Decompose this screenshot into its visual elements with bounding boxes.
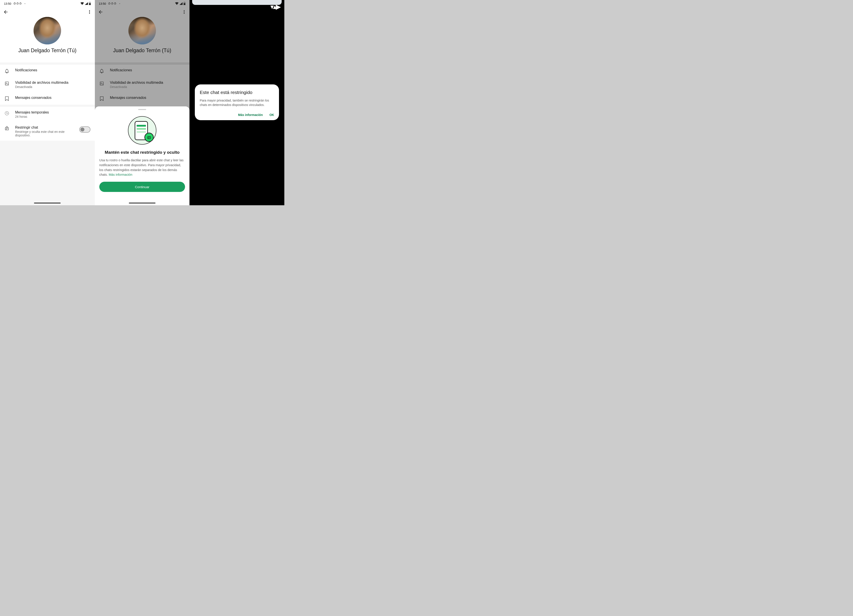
wifi-icon bbox=[80, 2, 84, 5]
row-kept-messages[interactable]: Mensajes conservados bbox=[0, 92, 95, 105]
row-title: Restringir chat bbox=[15, 126, 73, 129]
row-title: Notificaciones bbox=[15, 68, 90, 72]
profile-header: Juan Delgado Terrón (Tú) bbox=[95, 7, 190, 62]
back-button[interactable] bbox=[3, 9, 8, 15]
row-subtitle: Restringe y oculta este chat en este dis… bbox=[15, 130, 73, 137]
row-title: Visibilidad de archivos multimedia bbox=[110, 80, 185, 85]
restrict-toggle[interactable] bbox=[79, 126, 90, 133]
sheet-grabber[interactable] bbox=[138, 109, 146, 110]
svg-rect-24 bbox=[147, 137, 150, 139]
lock-chat-badge-icon bbox=[144, 133, 154, 142]
profile-header: Juan Delgado Terrón (Tú) bbox=[0, 7, 95, 62]
dialog-body: Para mayor privacidad, también se restri… bbox=[200, 98, 274, 107]
wifi-icon bbox=[175, 2, 179, 5]
svg-point-6 bbox=[89, 10, 90, 11]
sheet-body: Usa tu rostro o huella dactilar para abr… bbox=[99, 158, 185, 177]
continue-button[interactable]: Continuar bbox=[99, 182, 185, 192]
bell-icon bbox=[99, 69, 104, 74]
restricted-dialog: Este chat está restringido Para mayor pr… bbox=[195, 84, 279, 120]
svg-point-21 bbox=[184, 13, 185, 14]
row-media-visibility: Visibilidad de archivos multimedia Desac… bbox=[95, 77, 190, 92]
more-menu-button[interactable] bbox=[182, 10, 187, 14]
bottom-sheet: Mantén este chat restringido y oculto Us… bbox=[95, 106, 190, 205]
threads-icon bbox=[108, 2, 117, 5]
row-title: Notificaciones bbox=[110, 68, 185, 72]
battery-icon bbox=[89, 2, 91, 5]
svg-rect-18 bbox=[184, 2, 185, 2]
logo-icon: ▾▴▶ bbox=[270, 3, 280, 11]
row-subtitle: Desactivada bbox=[15, 85, 90, 89]
more-info-button[interactable]: Más información bbox=[238, 113, 263, 117]
screen-restricted-dialog: ▾▴▶ Este chat está restringido Para mayo… bbox=[190, 0, 284, 205]
svg-point-23 bbox=[101, 82, 101, 83]
dot-icon: • bbox=[119, 2, 120, 5]
svg-point-8 bbox=[89, 13, 90, 14]
screen-restrict-sheet: 13:50 • Juan Delgado Terrón (Tú) Notific… bbox=[95, 0, 190, 205]
screen-contact-info: 13:50 • Juan Delgado Terrón (Tú) Notific… bbox=[0, 0, 95, 205]
dot-icon: • bbox=[25, 2, 26, 5]
row-restrict-chat[interactable]: Restringir chat Restringe y oculta este … bbox=[0, 122, 95, 141]
svg-rect-12 bbox=[5, 127, 9, 130]
row-kept-messages: Mensajes conservados bbox=[95, 92, 190, 105]
status-time: 13:50 bbox=[4, 2, 11, 5]
avatar bbox=[128, 17, 156, 44]
profile-name: Juan Delgado Terrón (Tú) bbox=[95, 47, 190, 53]
svg-point-7 bbox=[89, 12, 90, 12]
signal-icon bbox=[85, 2, 88, 5]
home-indicator[interactable] bbox=[129, 203, 155, 203]
row-notifications: Notificaciones bbox=[95, 65, 190, 77]
sheet-title: Mantén este chat restringido y oculto bbox=[99, 150, 185, 155]
more-info-link[interactable]: Más información bbox=[109, 173, 132, 176]
row-disappearing-messages[interactable]: Mensajes temporales 24 horas bbox=[0, 107, 95, 122]
status-bar: 13:50 • bbox=[95, 0, 190, 7]
bookmark-icon bbox=[99, 96, 104, 101]
row-notifications[interactable]: Notificaciones bbox=[0, 65, 95, 77]
dialog-title: Este chat está restringido bbox=[200, 90, 274, 95]
svg-point-19 bbox=[184, 10, 185, 11]
threads-icon bbox=[14, 2, 23, 5]
lock-chat-icon bbox=[5, 126, 9, 131]
top-sheet-peek bbox=[192, 0, 282, 5]
home-indicator[interactable] bbox=[34, 203, 61, 203]
svg-rect-5 bbox=[90, 2, 90, 2]
row-title: Mensajes conservados bbox=[15, 96, 90, 100]
row-media-visibility[interactable]: Visibilidad de archivos multimedia Desac… bbox=[0, 77, 95, 92]
ok-button[interactable]: OK bbox=[269, 113, 274, 117]
more-menu-button[interactable] bbox=[87, 10, 92, 14]
sheet-illustration bbox=[128, 116, 156, 145]
bookmark-icon bbox=[5, 96, 9, 101]
signal-icon bbox=[179, 2, 182, 5]
status-bar: 13:50 • bbox=[0, 0, 95, 7]
svg-rect-22 bbox=[100, 82, 103, 85]
image-icon bbox=[99, 81, 104, 86]
back-button[interactable] bbox=[98, 9, 103, 15]
row-subtitle: Desactivada bbox=[110, 85, 185, 89]
svg-rect-9 bbox=[5, 82, 9, 85]
profile-name: Juan Delgado Terrón (Tú) bbox=[0, 47, 95, 53]
row-title: Mensajes conservados bbox=[110, 96, 185, 100]
avatar[interactable] bbox=[33, 17, 61, 44]
svg-point-10 bbox=[6, 82, 6, 83]
battery-icon bbox=[184, 2, 185, 5]
svg-point-20 bbox=[184, 12, 185, 12]
row-subtitle: 24 horas bbox=[15, 115, 90, 118]
timer-icon bbox=[5, 111, 9, 116]
svg-rect-17 bbox=[184, 3, 185, 5]
row-title: Visibilidad de archivos multimedia bbox=[15, 80, 90, 85]
row-title: Mensajes temporales bbox=[15, 111, 90, 114]
status-time: 13:50 bbox=[99, 2, 106, 5]
image-icon bbox=[5, 81, 9, 86]
bell-icon bbox=[5, 69, 9, 74]
svg-rect-4 bbox=[89, 3, 91, 5]
